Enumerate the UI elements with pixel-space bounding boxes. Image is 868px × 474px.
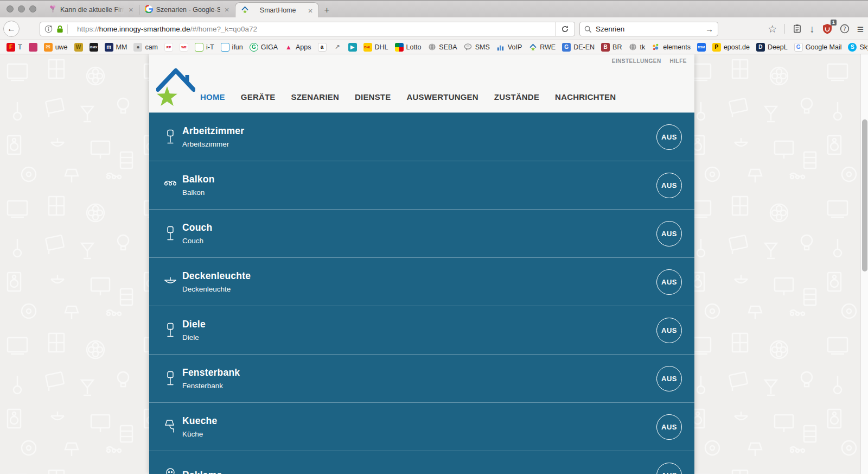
bookmark-item[interactable]: FT — [3, 43, 25, 52]
browser-tab[interactable]: Szenarien - Google-Suche× — [139, 1, 235, 18]
room-text: FensterbankFensterbank — [182, 367, 240, 390]
bookmark-label: RWE — [540, 43, 556, 51]
page-info-icon[interactable] — [44, 25, 53, 33]
bookmark-item[interactable]: DDeepL — [753, 43, 791, 52]
room-state-toggle-button[interactable]: AUS — [656, 414, 682, 440]
nav-item-geräte[interactable]: GERÄTE — [241, 92, 276, 102]
browser-window: Kann die aktuelle Firmware a×Szenarien -… — [0, 0, 868, 474]
browser-tab[interactable]: Kann die aktuelle Firmware a× — [43, 1, 139, 18]
room-row[interactable]: FensterbankFensterbankAUS — [149, 354, 694, 402]
browser-tab[interactable]: SmartHome× — [235, 2, 319, 18]
settings-link[interactable]: EINSTELLUNGEN — [612, 58, 661, 64]
back-button[interactable]: ← — [3, 21, 20, 37]
room-row[interactable]: ArbeitzimmerArbeitszimmerAUS — [149, 112, 694, 161]
bookmark-item[interactable]: SEBA — [424, 43, 460, 52]
room-row[interactable]: DeckenleuchteDeckenleuchteAUS — [149, 257, 694, 306]
room-title: Reklame — [182, 470, 222, 474]
nav-item-dienste[interactable]: DIENSTE — [355, 92, 391, 102]
bookmark-item[interactable]: a — [315, 43, 330, 52]
mail-icon: ✉ — [44, 43, 53, 52]
search-input[interactable] — [596, 25, 701, 33]
ceiling-lamp-icon — [163, 274, 178, 289]
bookmark-item[interactable]: ▲Apps — [281, 43, 315, 52]
room-state-toggle-button[interactable]: AUS — [656, 124, 682, 150]
bookmark-item[interactable]: DSM — [694, 43, 709, 52]
bookmark-item[interactable]: BBR — [598, 43, 625, 52]
bookmark-item[interactable]: elements — [648, 43, 694, 52]
bookmark-item[interactable]: RWE — [525, 43, 559, 52]
room-row[interactable]: ReklameAUS — [149, 451, 694, 474]
bookmark-item[interactable]: Lotto — [392, 43, 425, 52]
bookmark-item[interactable]: RP — [161, 43, 176, 52]
maximize-window-button[interactable] — [29, 5, 36, 12]
new-tab-button[interactable]: + — [319, 5, 335, 18]
room-state-toggle-button[interactable]: AUS — [656, 318, 682, 343]
room-text: CouchCouch — [182, 222, 212, 245]
bookmark-label: DeepL — [768, 43, 788, 51]
bookmark-item[interactable]: ●cam — [130, 43, 161, 52]
help-link[interactable]: HILFE — [670, 58, 687, 64]
nav-item-zustände[interactable]: ZUSTÄNDE — [494, 92, 539, 102]
downloads-icon[interactable]: ↓ — [809, 24, 815, 34]
minimize-window-button[interactable] — [18, 5, 25, 12]
bookmark-item[interactable]: GGoogle Mail — [791, 43, 845, 52]
room-row[interactable]: CouchCouchAUS — [149, 209, 694, 257]
bookmark-item[interactable]: ↗ — [330, 43, 345, 52]
bookmark-item[interactable]: GDE-EN — [559, 43, 598, 52]
tab-close-icon[interactable]: × — [307, 7, 314, 15]
nav-item-nachrichten[interactable]: NACHRICHTEN — [555, 92, 616, 102]
room-subtitle: Couch — [182, 237, 212, 245]
bookmark-item[interactable]: Pepost.de — [709, 43, 753, 52]
toolbar-actions: ☆ ↓ 1 — [768, 21, 864, 37]
bookmark-item[interactable]: WE — [176, 43, 192, 52]
bookmark-label: elements — [663, 43, 691, 51]
bookmark-star-icon[interactable]: ☆ — [768, 24, 777, 34]
report-circle-icon[interactable]: ? — [840, 24, 850, 34]
room-subtitle: Balkon — [182, 188, 215, 197]
room-row[interactable]: DieleDieleAUS — [149, 306, 694, 354]
bookmark-item[interactable]: ✉uwe — [41, 43, 71, 52]
search-bar[interactable]: → — [579, 22, 718, 36]
room-state-toggle-button[interactable]: AUS — [656, 463, 682, 474]
close-window-button[interactable] — [7, 5, 14, 12]
bookmark-item[interactable]: i-T — [192, 43, 218, 52]
room-row[interactable]: BalkonBalkonAUS — [149, 161, 694, 209]
flower-favicon — [49, 5, 57, 15]
scrollbar[interactable] — [860, 54, 868, 474]
room-state-toggle-button[interactable]: AUS — [656, 221, 682, 247]
url-bar[interactable]: https://home.innogy-smarthome.de/#/home?… — [40, 22, 575, 36]
bookmark-item[interactable]: VoIP — [493, 43, 525, 52]
bookmark-item[interactable]: DHLDHL — [360, 43, 392, 52]
menu-icon[interactable]: ≡ — [857, 23, 864, 35]
tab-close-icon[interactable]: × — [224, 5, 231, 14]
bookmark-label: Google Mail — [806, 43, 842, 51]
bookmark-item[interactable]: SMS — [461, 43, 493, 52]
wall-lamp-icon — [163, 419, 178, 434]
bookmark-item[interactable]: ▶ — [345, 43, 360, 52]
nav-item-szenarien[interactable]: SZENARIEN — [291, 92, 339, 102]
reload-button[interactable] — [555, 22, 575, 36]
bookmark-item[interactable]: W — [71, 43, 86, 52]
bookmark-item[interactable] — [25, 43, 41, 52]
bookmark-item[interactable]: SSkype — [845, 43, 868, 52]
bookmark-item[interactable]: GMX — [86, 43, 101, 52]
room-state-toggle-button[interactable]: AUS — [656, 269, 682, 295]
nav-item-home[interactable]: HOME — [200, 92, 225, 102]
nav-item-auswertungen[interactable]: AUSWERTUNGEN — [406, 92, 478, 102]
bookmark-item[interactable]: GGIGA — [246, 43, 281, 52]
dsm-icon: DSM — [697, 43, 706, 52]
search-go-icon[interactable]: → — [705, 24, 713, 34]
ublock-shield-icon[interactable]: 1 — [822, 23, 832, 34]
dots-icon — [652, 43, 660, 52]
bookmark-item[interactable]: tk — [625, 43, 648, 52]
shield-badge: 1 — [831, 20, 837, 26]
scrollbar-thumb[interactable] — [862, 119, 867, 271]
reading-list-icon[interactable] — [793, 24, 802, 34]
bookmark-item[interactable]: mMM — [101, 43, 131, 52]
bookmark-label: Skype — [859, 43, 868, 51]
tab-close-icon[interactable]: × — [127, 5, 135, 14]
room-row[interactable]: KuecheKücheAUS — [149, 402, 694, 451]
room-state-toggle-button[interactable]: AUS — [656, 366, 682, 391]
bookmark-item[interactable]: ifun — [218, 43, 246, 52]
room-state-toggle-button[interactable]: AUS — [656, 173, 682, 198]
